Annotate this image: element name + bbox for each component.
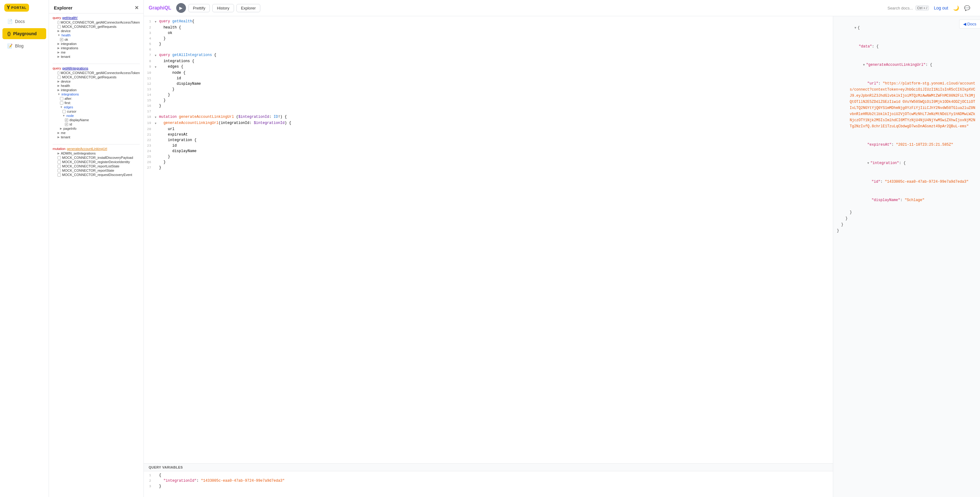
tree-label: device xyxy=(61,29,71,33)
checkbox-icon[interactable] xyxy=(57,165,61,168)
tree-item[interactable]: ▶ ADMIN_setIntegrations xyxy=(52,151,140,156)
playground-icon: {} xyxy=(7,31,11,36)
tree-item[interactable]: ▼ node xyxy=(52,113,140,118)
tree-item[interactable]: ▼ edges xyxy=(52,105,140,109)
query-vars-body[interactable]: 1 { 2 "integrationId": "1433005c-eaa0-47… xyxy=(144,471,833,495)
code-editor[interactable]: 1 ▼ query getHealth{ 2 health { 3 ok 4 xyxy=(144,16,833,464)
tree-item[interactable]: MOCK_CONNECTOR_getAllConnectorAccessToke… xyxy=(52,20,140,24)
tree-item[interactable]: MOCK_CONNECTOR_registerDeviceIdentity xyxy=(52,160,140,164)
run-button[interactable]: ▶ xyxy=(176,3,186,13)
top-right-bar: Search docs... Ctrl + / Log out 🌙 💬 xyxy=(887,5,975,11)
search-docs[interactable]: Search docs... Ctrl + / xyxy=(887,5,929,10)
tree-item[interactable]: ✓ id xyxy=(52,122,140,126)
code-line-10: 10 node { xyxy=(144,70,833,76)
tree-item[interactable]: ▶ me xyxy=(52,50,140,54)
nav-item-blog[interactable]: 📝 Blog xyxy=(2,40,46,51)
tree-item[interactable]: MOCK_CONNECTOR_getRequests xyxy=(52,24,140,29)
tree-item[interactable]: ▶ integrations xyxy=(52,46,140,50)
theme-toggle-button[interactable]: 🌙 xyxy=(953,5,959,11)
prettify-button[interactable]: Prettify xyxy=(188,4,210,12)
tree-item[interactable]: cursor xyxy=(52,109,140,113)
checkbox-icon[interactable] xyxy=(60,97,63,100)
checkbox-icon[interactable] xyxy=(60,101,63,105)
tree-item[interactable]: first: xyxy=(52,101,140,105)
tree-item[interactable]: ▼ health xyxy=(52,33,140,37)
arrow-icon: ▶ xyxy=(57,88,60,91)
checkbox-icon[interactable]: ✓ xyxy=(65,118,68,122)
chat-button[interactable]: 💬 xyxy=(964,5,970,11)
left-nav: Y PORTAL 📄 Docs {} Playground 📝 Blog xyxy=(0,0,49,497)
tree-label: MOCK_CONNECTOR_getRequests xyxy=(62,25,116,29)
logo-y: Y xyxy=(7,5,10,10)
query-fn-gethealth[interactable]: getHealth! xyxy=(62,16,78,19)
logout-button[interactable]: Log out xyxy=(934,5,948,10)
query-block-getallintegrations: query getAllIntegrations MOCK_CONNECTOR_… xyxy=(52,67,140,139)
checkbox-icon[interactable]: ✓ xyxy=(60,38,63,41)
tree-item[interactable]: ▶ tenant xyxy=(52,135,140,139)
tree-label: integrations xyxy=(61,46,78,50)
result-line: } xyxy=(837,221,976,228)
tree-item[interactable]: ▶ device xyxy=(52,79,140,84)
code-line-25: 25 } xyxy=(144,154,833,159)
code-line-15: 15 } xyxy=(144,98,833,103)
query-block-mutation1: mutation generateAccountLinkingUrl ▶ ADM… xyxy=(52,147,140,177)
checkbox-icon[interactable] xyxy=(57,173,61,177)
mutation-name-line-1: mutation generateAccountLinkingUrl xyxy=(52,147,140,151)
nav-item-playground[interactable]: {} Playground xyxy=(2,28,46,39)
tree-item[interactable]: ✓ ok xyxy=(52,37,140,41)
tree-item[interactable]: ▶ integration xyxy=(52,41,140,46)
tree-item[interactable]: ▶ device xyxy=(52,29,140,33)
explorer-button[interactable]: Explorer xyxy=(236,4,260,12)
checkbox-icon[interactable] xyxy=(57,169,61,172)
query-keyword-2: query xyxy=(52,67,61,70)
code-line-16: 16 } xyxy=(144,103,833,108)
checkbox-icon[interactable]: ✓ xyxy=(65,123,68,126)
tree-item[interactable]: MOCK_CONNECTOR_reportListState xyxy=(52,164,140,168)
docs-link[interactable]: ◀ Docs xyxy=(959,19,980,29)
tree-item[interactable]: ▶ integration xyxy=(52,88,140,92)
arrow-icon: ▼ xyxy=(60,105,63,108)
tree-label: me xyxy=(61,131,65,135)
checkbox-icon[interactable] xyxy=(62,110,66,113)
tree-item[interactable]: ▶ health xyxy=(52,84,140,88)
code-line-12: 12 displayName xyxy=(144,81,833,87)
checkbox-icon[interactable] xyxy=(57,160,61,164)
tree-item[interactable]: ▼ integrations xyxy=(52,92,140,96)
graphiql-toolbar: GraphiQL ▶ Prettify History Explorer Sea… xyxy=(144,0,980,16)
tree-item[interactable]: MOCK_CONNECTOR_getRequests xyxy=(52,75,140,79)
tree-label: cursor xyxy=(67,110,76,113)
tree-item[interactable]: ▶ pageInfo xyxy=(52,126,140,131)
result-line: } xyxy=(837,228,976,234)
search-docs-label: Search docs... xyxy=(887,6,913,10)
editor-pane: 1 ▼ query getHealth{ 2 health { 3 ok 4 xyxy=(144,16,833,497)
checkbox-icon[interactable] xyxy=(57,21,59,24)
tree-item[interactable]: ▶ tenant xyxy=(52,54,140,59)
checkbox-icon[interactable] xyxy=(57,25,61,29)
explorer-body: query getHealth! MOCK_CONNECTOR_getAllCo… xyxy=(49,13,143,184)
tree-item[interactable]: after: xyxy=(52,96,140,101)
result-line: "url": "https://platform-stg.yonomi.clou… xyxy=(837,74,976,135)
tree-item[interactable]: ✓ displayName xyxy=(52,118,140,122)
history-button[interactable]: History xyxy=(212,4,234,12)
tree-item[interactable]: MOCK_CONNECTOR_getAllConnectorAccessToke… xyxy=(52,71,140,75)
tree-label: integration xyxy=(61,42,76,46)
query-fn-getallintegrations[interactable]: getAllIntegrations xyxy=(62,67,88,70)
tree-item[interactable]: ▶ me xyxy=(52,131,140,135)
tree-item[interactable]: MOCK_CONNECTOR_reportState xyxy=(52,168,140,173)
logo-badge[interactable]: Y PORTAL xyxy=(4,4,29,12)
query-keyword-1: query xyxy=(52,16,61,19)
result-line: "id": "1433005c-eaa0-47ab-9724-99e7a9d7e… xyxy=(837,173,976,191)
explorer-title: Explorer xyxy=(54,5,73,10)
tree-label: MOCK_CONNECTOR_requestDiscoveryEvent xyxy=(62,173,132,177)
tree-item[interactable]: MOCK_CONNECTOR_installDiscoveryPayload xyxy=(52,156,140,160)
checkbox-icon[interactable] xyxy=(57,156,61,159)
arrow-icon: ▶ xyxy=(57,51,60,54)
code-line-3: 3 ok xyxy=(144,30,833,36)
explorer-close-button[interactable]: ✕ xyxy=(135,5,138,11)
checkbox-icon[interactable] xyxy=(57,71,59,75)
nav-item-docs[interactable]: 📄 Docs xyxy=(2,16,46,27)
checkbox-icon[interactable] xyxy=(57,76,61,79)
mutation-fn-name-1[interactable]: generateAccountLinkingUrl xyxy=(67,147,107,151)
tree-item[interactable]: MOCK_CONNECTOR_requestDiscoveryEvent xyxy=(52,173,140,177)
graphiql-title: GraphiQL xyxy=(149,5,171,11)
